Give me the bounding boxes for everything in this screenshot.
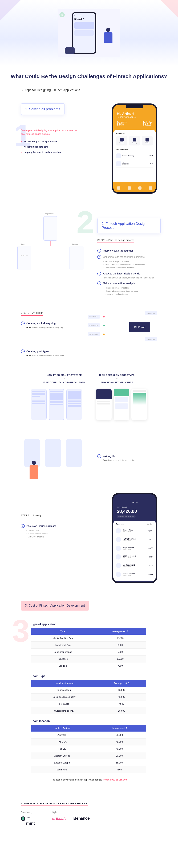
expense-row: HBO Streaming15 March 2021 $923 [116,535,153,544]
table-cell: 15,000 [97,707,146,714]
expense-value: $987 [149,556,153,558]
prototypes-title: Creating prototypes [26,350,50,353]
table-cell: Mobile Banking App [31,635,94,642]
cost-range: from $5,000 to $15,000 [103,778,127,781]
table-row: Investment App8000 [31,642,146,649]
table-cell: Eastern Europe [31,759,93,766]
expense-icon [116,554,121,559]
expense-icon [116,572,121,577]
prototype-section: LOW-PRECISION PROTOTYPE = FUNCTIONALITY … [0,362,178,427]
earned-note: Up by 4% from last month [117,515,136,518]
expense-value: $2864 [148,574,153,575]
table-cell: Investment App [31,642,94,649]
bullet-item: Helping the user to make a decision [21,150,105,155]
low-proto-heading: LOW-PRECISION PROTOTYPE [43,374,85,376]
expenses-label: Expenses [116,523,124,525]
step-item-title: Get answers to the following questions: [103,255,145,258]
section1-bullets: Accessibility of the application Keeping… [21,139,105,155]
expense-row: Rental Income15 March 2021 $2864 [116,570,153,579]
expense-row: Disney Plus15 March 2021 $1864 [116,527,153,535]
table-cell: South Asia [31,766,93,773]
mindmap-node: LOREM IPSUM [88,315,100,318]
goal-label: Goal: [103,459,108,461]
decor-triangle-pink [160,0,178,18]
mint-logo: intuitmint [21,816,35,826]
loc-subhead: Team location [31,720,157,723]
table-row: Mobile Banking App15,000 [31,635,146,642]
th: Average cost, $ [97,680,146,687]
expense-value: $1675 [148,547,153,549]
balance-value: 3,548 [117,123,126,126]
cost-section: 3 3. Cost of Fintech Application Develop… [0,590,178,797]
bullet-item: Keeping user data safe [21,144,105,150]
cost-heading: 3. Cost of Fintech Application Developme… [21,601,89,611]
focus-item: Choice of color palette [26,532,101,535]
balance-value: 18,615 [143,123,152,126]
table-row: Outsourcing agency15,000 [31,707,146,714]
earned-label: You've Earned [117,506,152,508]
step-desc: Focus on design simplicity, considering … [103,277,160,279]
equals-sign: = [43,377,85,380]
expense-name: Ally Kirkwood15 March 2021 [123,547,147,550]
expense-name: AT&T Unlimited15 March 2021 [123,555,148,558]
bell-icon [138,186,142,190]
transaction-name: Food & Beverage [122,155,148,157]
table-cell: The USA [31,739,93,745]
goal-text: Structure the application step by step [32,327,63,329]
qa-item: What financial tools does it contain? [103,266,160,269]
table-row: In-house team35,000 [31,687,146,693]
food-icon [116,153,121,158]
mindmap-diagram: MIND MAP LOREM IPSUM LOREM IPSUM LOREM I… [88,311,157,342]
hero-phone-title: Finance card [75,15,94,17]
target-icon: ⊙ [21,524,25,528]
table-cell: Insurance [31,655,94,662]
dark-phone-mockup: In & Out You've Earned $8,420.00 Up by 4… [112,493,157,583]
table-row: South Asia4500 [31,766,146,773]
step2-section: STEP 2 – UX design ⊙ Creating a mind map… [0,306,178,362]
focus-item: Ease of use [26,529,101,532]
expense-row: My Restaurant15 March 2021 $238 [116,561,153,570]
mind-mapping-title: Creating a mind mapping [26,322,56,325]
section-1: 1 1. Solving all problems Before you sta… [0,96,178,201]
step3-label: STEP 3 – UI design [21,514,42,518]
table-cell: 8000 [94,642,146,649]
table-cell: Local design company [31,693,97,701]
privacy-icon [133,138,136,142]
table-cell: 35,000 [97,687,146,693]
ux-writing-section: ⊙ Writing UX Goal: interacting with the … [0,427,178,486]
goal-label: Goal: [26,354,31,356]
table-row: Insurance12,000 [31,655,146,662]
loc-table: Location of a teamAverage cost, $ Austra… [31,725,146,773]
cost-note: The cost of developing a fintech applica… [21,778,157,781]
greeting-subtitle: Here's Your Balance [117,116,152,118]
transfer-icon [120,138,124,142]
functionality-label: Functionality [21,811,35,813]
expense-name: Disney Plus15 March 2021 [123,529,147,532]
greeting-text: Hi, Arthur! [117,112,152,116]
user-icon [149,186,152,190]
expense-icon [116,537,121,542]
table-cell: 40,000 [93,745,146,752]
focus-title: Focus on issues such as: [26,525,56,527]
success-heading: ADDITIONALLY: FOCUS ON SUCCESS STORIES S… [21,802,88,806]
activity-card: Transfer [116,136,127,146]
activity-card: Privacy [129,136,140,146]
high-proto-sub: FUNCTIONALITY STRUCTURE [99,381,135,384]
table-cell: Western Europe [31,752,93,759]
dollar-icon: $ [59,12,65,18]
target-icon: ⊙ [97,281,101,285]
expense-value: $1864 [148,530,153,532]
section1-heading: 1. Solving all problems [21,103,64,115]
mindmap-center: MIND MAP [129,322,150,332]
home-icon [117,186,120,190]
step3-section: STEP 3 – UI design ⊙ Focus on issues suc… [0,486,178,590]
dribbble-logo: dribbble [52,816,66,821]
table-cell: 7000 [94,662,146,670]
th: Location of a team [31,680,97,687]
target-icon: ⊙ [97,249,101,253]
chart-icon [128,186,131,190]
team-table: Location of a teamAverage cost, $ In-hou… [31,680,146,714]
mindmap-node: LOREM IPSUM [145,311,157,315]
step1-label: STEP 1 – Plan the design process [97,239,135,243]
target-icon: ⊙ [97,272,101,276]
